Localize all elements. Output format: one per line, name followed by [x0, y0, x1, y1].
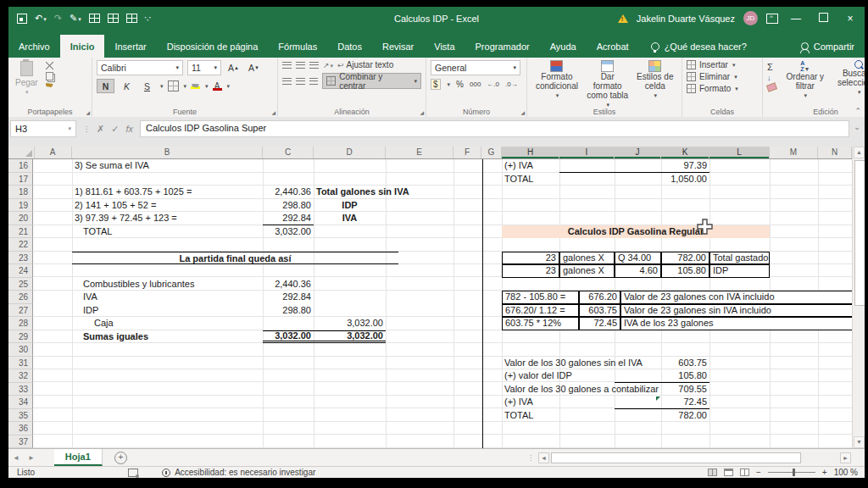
dialog-launcher-icon[interactable]: ◢ [520, 109, 525, 115]
row-header-20[interactable]: 20 [8, 212, 33, 225]
row-header-17[interactable]: 17 [8, 173, 33, 186]
cell-B18[interactable]: 1) 811.61 + 603.75 + 1025 = [72, 186, 263, 199]
cell-x27[interactable]: 676.20/ 1.12 = [502, 304, 579, 318]
cell-x28[interactable]: 72.45 [579, 317, 620, 330]
cell-J32[interactable]: 105.80 [615, 369, 709, 383]
font-size-select[interactable]: 11▾ [187, 60, 221, 75]
row-header-29[interactable]: 29 [8, 330, 33, 344]
cell-J34[interactable]: 72.45 [615, 396, 709, 409]
paste-button[interactable]: Pegar▾ [13, 60, 41, 97]
avatar[interactable]: JD [743, 11, 758, 25]
conditional-formatting-button[interactable]: Formato condicional▾ [531, 60, 582, 109]
horizontal-scroll-thumb[interactable] [551, 452, 801, 463]
align-center-icon[interactable] [296, 78, 305, 85]
vertical-scroll-thumb[interactable] [854, 160, 865, 306]
align-right-icon[interactable] [309, 78, 319, 85]
zoom-slider[interactable] [768, 472, 815, 473]
percent-style-icon[interactable]: % [456, 80, 464, 89]
tab-fórmulas[interactable]: Fórmulas [268, 35, 327, 58]
cell-H23[interactable]: 23 [502, 252, 559, 265]
formula-input[interactable]: Calculos IDP Gasolina Super [140, 120, 849, 137]
tab-disposición-de-página[interactable]: Disposición de página [157, 35, 269, 58]
wrap-text-button[interactable]: ↩ Ajustar texto [337, 60, 393, 69]
zoom-slider-thumb[interactable] [793, 469, 795, 476]
undo-icon[interactable]: ↶▾ [35, 14, 47, 24]
cell-I16[interactable]: 97.39 [559, 159, 709, 173]
accounting-format-icon[interactable]: $ [431, 79, 441, 90]
format-painter-icon[interactable]: ✎▾ [70, 14, 81, 24]
cell-D28[interactable]: 3,032.00 [314, 317, 386, 330]
align-bottom-icon[interactable] [309, 62, 319, 69]
formula-bar-expand-icon[interactable]: ⌄ [849, 120, 865, 131]
collapse-ribbon-icon[interactable]: ⌃ [854, 107, 861, 115]
share-button[interactable]: Compartir [801, 35, 865, 58]
row-header-33[interactable]: 33 [8, 383, 33, 396]
column-header-J[interactable]: J [615, 147, 661, 158]
insert-function-icon[interactable]: fx [125, 124, 133, 134]
column-header-A[interactable]: A [34, 147, 72, 158]
cell-x28[interactable]: IVA de los 23 galones [620, 317, 854, 330]
cell-J24[interactable]: 4.60 [615, 264, 661, 278]
row-header-19[interactable]: 19 [8, 199, 33, 213]
borders-icon[interactable] [168, 80, 179, 92]
format-cells-button[interactable]: Formato▾ [687, 84, 758, 93]
tell-me-search[interactable]: ¿Qué desea hacer? [651, 35, 747, 58]
italic-button[interactable]: K [119, 80, 135, 92]
macro-record-icon[interactable] [128, 469, 138, 477]
ribbon-display-icon[interactable] [766, 14, 778, 24]
scroll-up-icon[interactable]: ▲ [854, 147, 865, 158]
cell-D29[interactable]: 3,032.00 [314, 330, 386, 344]
cell-x27[interactable]: Valor de 23 galones sin IVA incluido [620, 304, 854, 318]
row-header-23[interactable]: 23 [8, 252, 33, 265]
row-header-37[interactable]: 37 [8, 435, 33, 449]
page-break-view-icon[interactable] [740, 469, 749, 476]
dialog-launcher-icon[interactable]: ◢ [271, 109, 275, 115]
close-button[interactable]: × [841, 13, 860, 25]
cell-C27[interactable]: 298.80 [263, 304, 314, 318]
cell-C26[interactable]: 292.84 [263, 291, 314, 304]
save-icon[interactable] [17, 14, 27, 24]
cell-B27[interactable]: IDP [72, 304, 263, 318]
cell-x28[interactable]: 603.75 * 12% [502, 317, 579, 330]
font-name-select[interactable]: Calibri▾ [97, 60, 183, 75]
increase-decimal-icon[interactable]: ←.0 [487, 80, 499, 88]
row-header-26[interactable]: 26 [8, 291, 33, 304]
column-header-M[interactable]: M [770, 147, 818, 158]
cell-J31[interactable]: 603.75 [615, 357, 709, 370]
tab-insertar[interactable]: Insertar [104, 35, 156, 58]
column-header-E[interactable]: E [386, 147, 453, 158]
cell-C19[interactable]: 298.80 [263, 199, 314, 213]
tab-ayuda[interactable]: Ayuda [540, 35, 587, 58]
row-header-25[interactable]: 25 [8, 278, 33, 291]
cell-B26[interactable]: IVA [72, 291, 263, 304]
cell-C20[interactable]: 292.84 [263, 212, 314, 225]
tab-datos[interactable]: Datos [327, 35, 372, 58]
cell-C18[interactable]: 2,440.36 [263, 186, 314, 199]
cell-B21[interactable]: TOTAL [72, 225, 263, 239]
delete-cells-button[interactable]: Eliminar▾ [687, 72, 758, 81]
sheet-nav-left-icon[interactable]: ◄ [8, 454, 24, 462]
cell-B20[interactable]: 3) 97.39 + 72.45 + 123 = [72, 212, 263, 225]
select-all-corner[interactable] [8, 147, 35, 158]
row-header-35[interactable]: 35 [8, 409, 33, 423]
autosum-button[interactable]: Σ [767, 62, 776, 72]
cell-I24[interactable]: galones X [559, 264, 615, 278]
cell-C29[interactable]: 3,032.00 [263, 330, 314, 344]
cell-H21[interactable]: Calculos IDP Gasolina Regular [502, 225, 770, 239]
align-left-icon[interactable] [282, 78, 292, 85]
align-top-icon[interactable] [282, 62, 292, 69]
cell-C21[interactable]: 3,032.00 [263, 225, 314, 239]
cancel-icon[interactable]: ✗ [97, 124, 104, 135]
minimize-button[interactable]: — [787, 13, 805, 25]
column-header-B[interactable]: B [72, 147, 263, 158]
row-header-27[interactable]: 27 [8, 304, 33, 318]
cell-K24[interactable]: 105.80 [661, 264, 709, 278]
row-header-18[interactable]: 18 [8, 186, 33, 199]
row-header-31[interactable]: 31 [8, 357, 33, 370]
cell-D19[interactable]: IDP [314, 199, 386, 213]
align-middle-icon[interactable] [296, 62, 305, 69]
underline-dropdown[interactable]: ▾ [160, 83, 164, 90]
normal-view-icon[interactable] [708, 469, 717, 476]
column-header-K[interactable]: K [661, 147, 709, 158]
accessibility-text[interactable]: Accesibilidad: es necesario investigar [175, 468, 315, 477]
